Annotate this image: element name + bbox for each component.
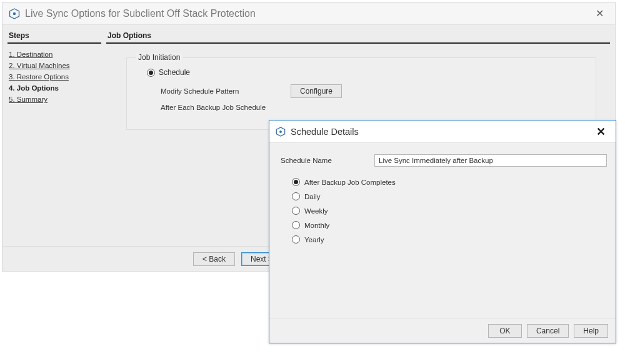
back-button[interactable]: < Back [193,252,235,266]
option-yearly[interactable]: Yearly [292,235,607,243]
step-destination[interactable]: 1. Destination [9,49,101,60]
close-icon[interactable]: ✕ [590,4,609,23]
modal-title: Schedule Details [291,127,592,137]
option-daily[interactable]: Daily [292,192,607,200]
schedule-name-label: Schedule Name [281,157,368,164]
window-title: Live Sync Options for Subclient Off Stac… [25,8,590,19]
schedule-details-dialog: Schedule Details ✕ Schedule Name After B… [269,120,616,343]
radio-icon[interactable] [292,192,300,200]
configure-button[interactable]: Configure [291,84,342,98]
option-after-backup[interactable]: After Backup Job Completes [292,178,607,186]
radio-icon[interactable] [292,178,300,186]
job-initiation-group: Job Initiation Schedule Modify Schedule … [126,57,596,130]
schedule-name-row: Schedule Name [281,154,607,167]
after-each-label: After Each Backup Job Schedule [161,104,279,111]
step-summary[interactable]: 5. Summary [9,94,101,105]
frequency-options: After Backup Job Completes Daily Weekly … [292,178,607,243]
steps-header: Steps [8,30,101,44]
app-icon [9,8,20,19]
radio-icon[interactable] [292,221,300,229]
step-job-options[interactable]: 4. Job Options [9,82,101,94]
steps-panel: Steps 1. Destination 2. Virtual Machines… [8,30,101,246]
modal-footer: OK Cancel Help [269,318,616,343]
modify-pattern-label: Modify Schedule Pattern [161,87,279,95]
svg-point-3 [279,130,282,133]
group-label: Job Initiation [136,53,182,62]
radio-icon[interactable] [292,207,300,215]
step-virtual-machines[interactable]: 2. Virtual Machines [9,60,101,71]
titlebar: Live Sync Options for Subclient Off Stac… [2,2,615,25]
step-restore-options[interactable]: 3. Restore Options [9,71,101,82]
schedule-radio-label: Schedule [159,68,190,77]
radio-icon[interactable] [292,235,300,243]
schedule-radio[interactable] [147,69,155,77]
schedule-name-input[interactable] [374,154,607,167]
schedule-radio-row[interactable]: Schedule [147,68,587,77]
option-weekly[interactable]: Weekly [292,207,607,215]
modal-body: Schedule Name After Backup Job Completes… [269,143,616,318]
after-each-row: After Each Backup Job Schedule [161,99,587,116]
ok-button[interactable]: OK [488,324,522,338]
help-button[interactable]: Help [574,324,608,338]
content-header: Job Options [106,30,610,44]
modal-titlebar: Schedule Details ✕ [269,121,616,143]
modify-pattern-row: Modify Schedule Pattern Configure [161,83,587,99]
app-icon [276,127,286,137]
svg-point-1 [13,12,16,14]
cancel-button[interactable]: Cancel [527,324,569,338]
steps-list: 1. Destination 2. Virtual Machines 3. Re… [8,49,101,105]
option-monthly[interactable]: Monthly [292,221,607,229]
close-icon[interactable]: ✕ [592,123,609,140]
